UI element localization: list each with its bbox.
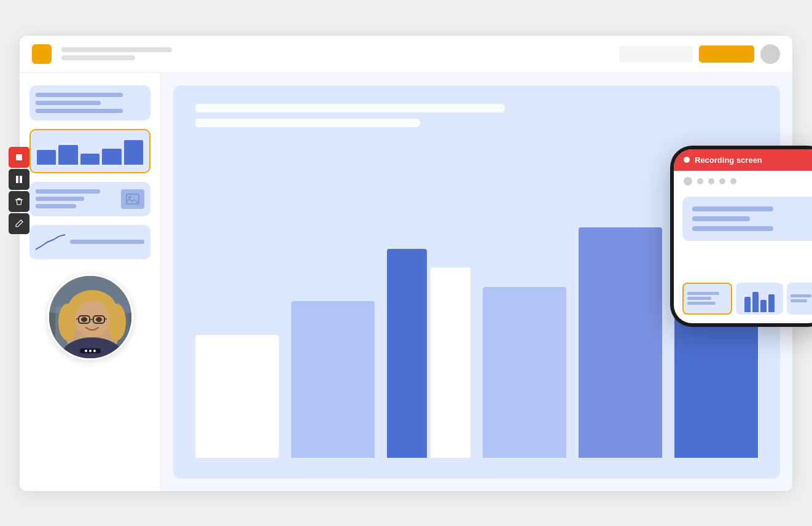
phone-dot-5 bbox=[730, 178, 736, 184]
mini-bar-4 bbox=[102, 149, 121, 165]
mini-bar-5 bbox=[124, 140, 143, 165]
svg-point-12 bbox=[107, 304, 126, 340]
pt-bar-2 bbox=[752, 292, 759, 312]
bar-group-2 bbox=[291, 301, 375, 458]
svg-rect-0 bbox=[16, 154, 22, 160]
pt-bar-3 bbox=[760, 300, 767, 312]
bar-3-2 bbox=[431, 267, 470, 458]
app-logo bbox=[32, 44, 52, 64]
bar-2-1 bbox=[291, 301, 375, 458]
bar-5-1 bbox=[579, 227, 662, 458]
user-avatar[interactable] bbox=[47, 274, 133, 360]
top-bar bbox=[20, 36, 792, 73]
chart-title-line-1 bbox=[195, 104, 505, 112]
thumb-line1 bbox=[36, 189, 100, 194]
phone-dots-row bbox=[674, 171, 812, 192]
phone-dot-2 bbox=[697, 178, 703, 184]
phone-thumb-2[interactable] bbox=[736, 283, 783, 315]
phone-card-line-2 bbox=[692, 216, 750, 221]
top-bar-right bbox=[619, 44, 780, 64]
avatar-image bbox=[49, 276, 133, 360]
outer-wrapper: Recording screen bbox=[19, 35, 793, 492]
ptl-2 bbox=[687, 297, 711, 300]
mini-bar-3 bbox=[80, 154, 100, 165]
image-icon bbox=[121, 189, 144, 209]
bar-1-1 bbox=[195, 335, 279, 458]
delete-button[interactable] bbox=[9, 191, 29, 212]
more-dot-2 bbox=[89, 350, 92, 352]
phone-spacer bbox=[674, 246, 812, 275]
phone-card-line-3 bbox=[692, 226, 773, 231]
chart-title-line-2 bbox=[195, 119, 420, 127]
bar-group-3 bbox=[387, 249, 470, 458]
svg-point-19 bbox=[81, 317, 87, 322]
chart-title-lines bbox=[195, 104, 758, 127]
pt-bar-4 bbox=[768, 294, 775, 312]
svg-rect-1 bbox=[16, 176, 18, 183]
bar-3-1 bbox=[387, 249, 427, 458]
phone-inner: Recording screen bbox=[674, 149, 812, 323]
phone-thumb-lines bbox=[686, 289, 728, 307]
title-line-1 bbox=[61, 47, 172, 52]
sidebar-card-3[interactable] bbox=[29, 182, 150, 216]
line-card-label bbox=[70, 240, 144, 244]
phone-dot-4 bbox=[719, 178, 725, 184]
sidebar-card-1[interactable] bbox=[29, 85, 150, 120]
phone-thumb-bars bbox=[738, 285, 781, 312]
thumb-line2 bbox=[36, 197, 84, 201]
phone-card-line-1 bbox=[692, 206, 773, 211]
sidebar-card-1-line1 bbox=[36, 93, 123, 97]
line-chart-svg bbox=[36, 231, 65, 253]
phone-mockup: Recording screen bbox=[670, 146, 812, 327]
phone-bottom-thumbs bbox=[674, 275, 812, 323]
recording-label: Recording screen bbox=[695, 155, 762, 165]
pause-button[interactable] bbox=[9, 169, 29, 190]
edit-button[interactable] bbox=[9, 213, 29, 234]
header-button[interactable] bbox=[699, 45, 754, 63]
phone-dot-1 bbox=[684, 177, 692, 186]
sidebar-card-1-line2 bbox=[36, 101, 101, 105]
sidebar-thumb-lines bbox=[36, 189, 116, 208]
svg-point-11 bbox=[58, 304, 77, 340]
more-dot-1 bbox=[85, 350, 87, 352]
ptl3-1 bbox=[791, 294, 811, 297]
bar-group-5 bbox=[579, 227, 662, 458]
ptl-1 bbox=[687, 292, 719, 295]
sidebar-card-2-active[interactable] bbox=[29, 129, 150, 173]
ptl-3 bbox=[687, 302, 716, 305]
mini-bar-1 bbox=[37, 150, 56, 165]
floating-toolbar bbox=[9, 147, 29, 234]
search-bar[interactable] bbox=[619, 45, 693, 63]
recording-bar: Recording screen bbox=[674, 149, 812, 171]
thumb-line3 bbox=[36, 204, 76, 208]
ptl3-2 bbox=[791, 299, 806, 302]
bar-group-1 bbox=[195, 335, 279, 458]
svg-rect-2 bbox=[20, 176, 22, 183]
phone-thumb-3[interactable] bbox=[787, 283, 812, 315]
svg-point-20 bbox=[96, 317, 102, 322]
mini-bar-chart bbox=[37, 140, 143, 165]
record-dot bbox=[684, 157, 690, 163]
svg-point-4 bbox=[128, 196, 131, 198]
sidebar bbox=[20, 73, 161, 491]
bar-group-4 bbox=[483, 287, 566, 458]
sidebar-card-4-line-chart[interactable] bbox=[29, 225, 150, 259]
phone-thumb-lines-3 bbox=[789, 292, 812, 305]
more-dot-3 bbox=[93, 350, 96, 352]
phone-content-card bbox=[682, 197, 812, 241]
user-avatar-header[interactable] bbox=[760, 44, 780, 64]
phone-thumb-1[interactable] bbox=[682, 283, 732, 315]
pt-bar-1 bbox=[744, 297, 751, 312]
title-line-2 bbox=[61, 55, 135, 60]
stop-record-button[interactable] bbox=[9, 147, 29, 168]
bar-4-1 bbox=[483, 287, 566, 458]
title-bar bbox=[61, 47, 609, 60]
avatar-more-button[interactable] bbox=[80, 348, 101, 353]
sidebar-card-1-line3 bbox=[36, 109, 123, 113]
mini-bar-2 bbox=[58, 145, 77, 165]
phone-dot-3 bbox=[708, 178, 714, 184]
svg-rect-3 bbox=[127, 194, 139, 204]
sidebar-thumb bbox=[36, 189, 144, 209]
